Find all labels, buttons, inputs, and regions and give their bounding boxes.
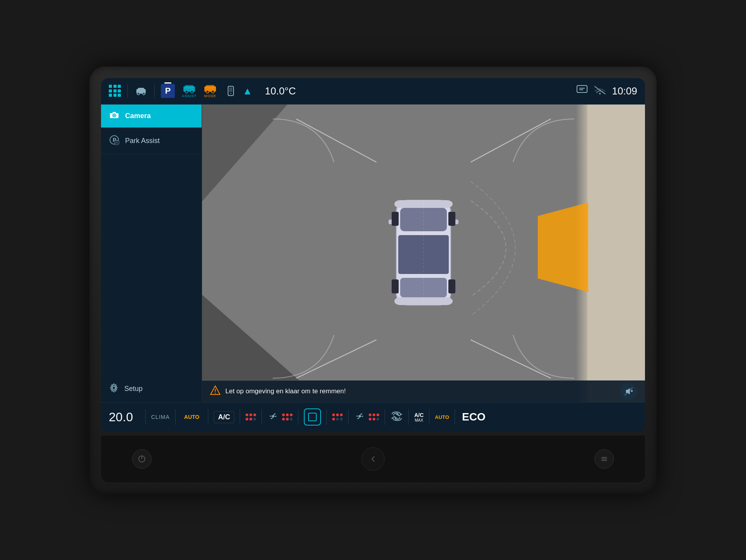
clima-divider-3 — [208, 409, 208, 425]
main-content: Camera P Park Assist — [101, 105, 645, 402]
ac-max-button[interactable]: A/C MAX — [414, 412, 424, 422]
top-navigation-bar: P ASSIST — [101, 78, 645, 105]
mode-nav-button[interactable]: MODE — [204, 84, 217, 98]
svg-point-6 — [185, 90, 188, 93]
infotainment-screen: P ASSIST — [101, 78, 645, 432]
clima-divider-9 — [385, 409, 385, 425]
park-assist-sidebar-icon: P — [109, 135, 120, 147]
top-bar-left: P ASSIST — [109, 84, 572, 98]
svg-rect-43 — [448, 212, 455, 226]
clima-divider-12 — [455, 409, 455, 425]
eco-label: ECO — [462, 411, 486, 423]
clima-divider-7 — [326, 409, 327, 425]
svg-point-48 — [215, 393, 216, 393]
recirculate-icon[interactable] — [390, 411, 403, 423]
heat-dots-left[interactable] — [246, 413, 256, 420]
svg-rect-1 — [138, 88, 144, 91]
park-assist-sidebar-label: Park Assist — [125, 137, 160, 145]
sidebar-item-park-assist[interactable]: P Park Assist — [101, 128, 202, 154]
power-button[interactable] — [132, 449, 152, 469]
left-temperature-display: 20.0 — [109, 410, 140, 424]
message-icon[interactable] — [576, 85, 588, 97]
clima-divider-10 — [408, 409, 409, 425]
svg-rect-13 — [229, 87, 232, 92]
back-button[interactable] — [361, 447, 385, 471]
svg-rect-9 — [206, 85, 214, 89]
svg-rect-42 — [392, 212, 399, 226]
svg-point-3 — [143, 92, 145, 95]
phone-nav-icon[interactable] — [224, 84, 238, 98]
camera-sidebar-label: Camera — [125, 112, 151, 120]
temperature-display: 10.0°C — [265, 85, 296, 97]
svg-point-53 — [359, 415, 361, 417]
fan-right-icon[interactable] — [354, 410, 366, 424]
sidebar-item-camera[interactable]: Camera — [101, 105, 202, 128]
svg-point-19 — [599, 93, 601, 94]
svg-point-23 — [113, 115, 115, 116]
car-nav-icon[interactable] — [134, 84, 148, 98]
warning-triangle-icon — [210, 385, 221, 398]
svg-rect-15 — [577, 85, 587, 92]
ac-max-text: A/C — [414, 412, 424, 418]
sidebar: Camera P Park Assist — [101, 105, 202, 402]
warning-bar: Let op omgeving en klaar om te remmen! — [202, 380, 645, 402]
setup-sidebar-label: Setup — [124, 385, 143, 393]
warning-message-text: Let op omgeving en klaar om te remmen! — [225, 387, 637, 395]
svg-rect-45 — [448, 279, 455, 293]
home-center-button[interactable] — [304, 408, 321, 426]
camera-sidebar-icon — [109, 112, 120, 120]
heat-dots-mid[interactable] — [282, 413, 293, 420]
grid-menu-icon[interactable] — [109, 85, 121, 97]
auto-clima-button[interactable]: AUTO — [181, 412, 202, 422]
fan-left-icon[interactable] — [267, 410, 279, 424]
mode-label: MODE — [204, 94, 216, 98]
svg-rect-5 — [185, 85, 193, 89]
assist-label: ASSIST — [182, 94, 197, 98]
menu-button[interactable] — [594, 449, 614, 469]
clima-bar: 20.0 CLIMA AUTO A/C — [101, 402, 645, 432]
ac-max-sub-text: MAX — [415, 418, 423, 422]
assist-nav-button[interactable]: ASSIST — [182, 84, 197, 98]
camera-view: Let op omgeving en klaar om te remmen! — [202, 105, 645, 402]
signal-icon — [594, 86, 606, 96]
sidebar-setup-button[interactable]: Setup — [101, 376, 202, 402]
clima-divider-5 — [261, 409, 262, 425]
auto-label-right: AUTO — [435, 414, 449, 420]
warning-zone-right — [538, 202, 588, 292]
ac-button[interactable]: A/C — [214, 411, 234, 423]
svg-point-29 — [112, 386, 115, 389]
svg-point-2 — [137, 92, 139, 95]
svg-point-11 — [212, 90, 214, 93]
building-right — [587, 105, 645, 402]
parking-nav-button[interactable]: P — [161, 84, 175, 98]
sidebar-spacer — [101, 154, 202, 376]
mute-button[interactable] — [620, 383, 637, 400]
outer-bezel: P ASSIST — [89, 66, 657, 494]
clima-divider-11 — [429, 409, 429, 425]
top-bar-right: 10:09 — [576, 85, 637, 97]
nav-divider-2 — [154, 84, 155, 98]
clima-divider-8 — [348, 409, 349, 425]
clima-divider-6 — [298, 409, 298, 425]
navigation-arrow-icon[interactable]: ▲ — [242, 85, 253, 97]
clima-divider-4 — [240, 409, 240, 425]
heat-dots-right[interactable] — [369, 413, 379, 420]
nav-divider-1 — [127, 84, 128, 98]
time-display: 10:09 — [612, 85, 637, 97]
svg-rect-24 — [113, 112, 116, 113]
svg-point-10 — [206, 90, 209, 93]
car-topdown-view — [389, 188, 458, 318]
setup-gear-icon — [109, 383, 119, 395]
clima-label: CLIMA — [151, 414, 170, 420]
home-square-icon — [308, 413, 317, 421]
clima-divider-2 — [175, 409, 176, 425]
svg-point-28 — [117, 141, 117, 141]
svg-rect-44 — [392, 279, 399, 293]
clima-divider-1 — [145, 409, 146, 425]
svg-point-52 — [272, 415, 274, 417]
svg-point-7 — [191, 90, 193, 93]
dots-center[interactable] — [332, 413, 343, 420]
physical-controls-row — [101, 436, 645, 482]
